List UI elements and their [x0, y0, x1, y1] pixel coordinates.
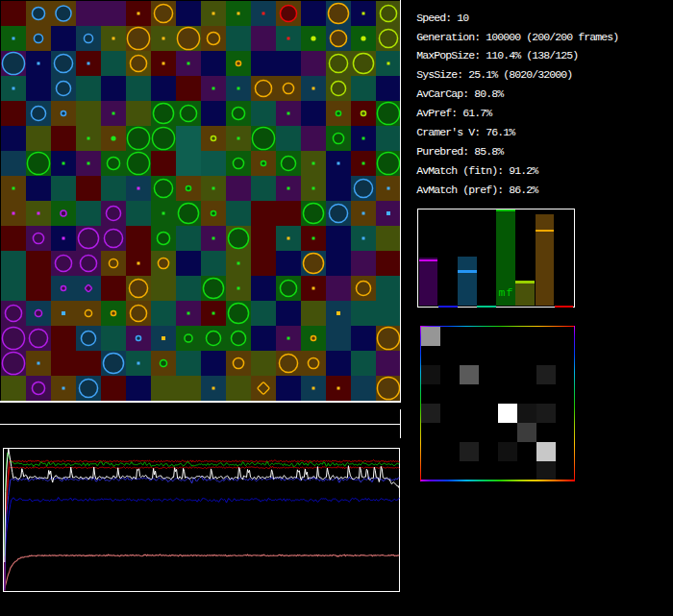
svg-text:AvMatch (fitn): 91.2%: AvMatch (fitn): 91.2%: [416, 164, 538, 177]
svg-text:m: m: [499, 286, 506, 299]
svg-text:AvCarCap: 80.8%: AvCarCap: 80.8%: [416, 87, 504, 100]
svg-text:AvPref: 61.7%: AvPref: 61.7%: [416, 107, 492, 119]
svg-text:Cramer's V: 76.1%: Cramer's V: 76.1%: [416, 126, 515, 138]
svg-text:f: f: [507, 286, 513, 299]
svg-text:Generation: 100000 (200/200 fr: Generation: 100000 (200/200 frames): [416, 31, 618, 43]
svg-text:Purebred: 85.8%: Purebred: 85.8%: [416, 145, 504, 158]
svg-text:Speed: 10: Speed: 10: [416, 12, 469, 24]
svg-text:SysSize: 25.1% (8020/32000): SysSize: 25.1% (8020/32000): [416, 68, 572, 81]
svg-text:AvMatch (pref): 86.2%: AvMatch (pref): 86.2%: [416, 184, 538, 196]
svg-text:MaxPopSize: 110.4% (138/125): MaxPopSize: 110.4% (138/125): [416, 49, 578, 62]
